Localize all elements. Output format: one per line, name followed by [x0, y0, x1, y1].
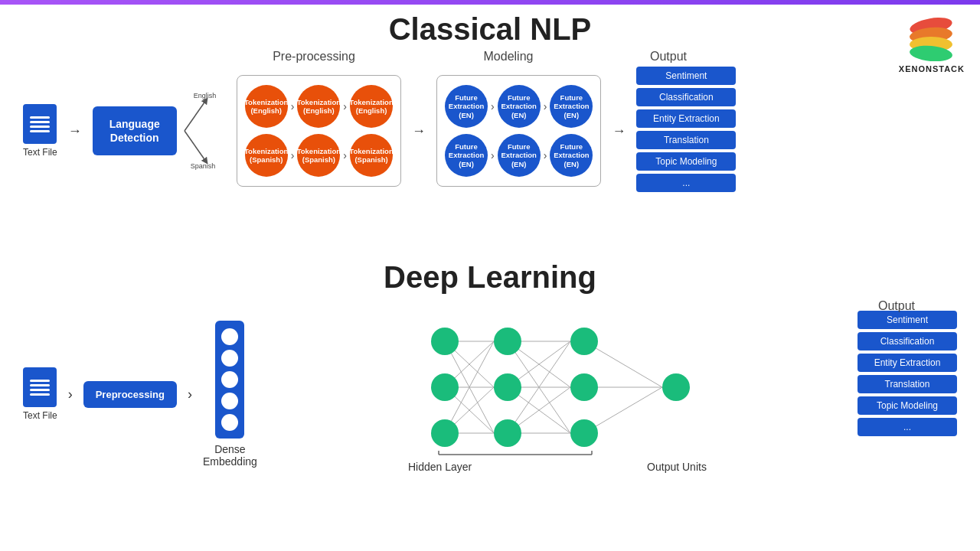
- main-content: Classical NLP Pre-processing Modeling Ou…: [0, 5, 980, 513]
- future-en-1: FutureExtraction(EN): [445, 85, 488, 128]
- future-en-4: FutureExtraction(EN): [445, 134, 488, 177]
- preprocessing-button: Preprocessing: [83, 381, 177, 408]
- nn-connections-svg: [385, 315, 730, 460]
- classical-output-sentiment: Sentiment: [636, 67, 736, 85]
- hidden-layer-label: Hidden Layer: [408, 460, 472, 474]
- classical-doc-icon: [23, 104, 57, 144]
- arrow2: →: [412, 123, 426, 139]
- deep-output-label-top: Output: [847, 299, 946, 313]
- future-en-5: FutureExtraction(EN): [498, 134, 541, 177]
- embed-circle-5: [221, 414, 238, 431]
- modeling-box: FutureExtraction(EN) › FutureExtraction(…: [436, 75, 601, 187]
- preprocessing-box: Tokenization(English) › Tokenization(Eng…: [237, 75, 401, 187]
- svg-point-31: [494, 373, 521, 401]
- deep-arrow1: ›: [68, 386, 73, 403]
- classical-text-file: Text File: [23, 104, 57, 158]
- output-units-label: Output Units: [647, 460, 707, 474]
- deep-output-section: Sentiment Classification Entity Extracti…: [858, 311, 957, 439]
- embed-circles-box: [215, 321, 244, 439]
- token-en-1: Tokenization(English): [245, 85, 288, 128]
- svg-line-4: [185, 100, 206, 131]
- nn-diagram: [385, 315, 730, 460]
- embed-circle-3: [221, 371, 238, 388]
- classical-text-file-label: Text File: [23, 147, 57, 158]
- deep-arrow2: ›: [188, 386, 192, 403]
- token-row-spanish: Tokenization(Spanish) › Tokenization(Spa…: [245, 134, 393, 177]
- deep-text-file-label: Text File: [23, 410, 57, 421]
- classical-nlp-title: Classical NLP: [23, 12, 957, 47]
- english-label: English: [194, 92, 217, 99]
- dense-embedding-col: DenseEmbedding: [203, 321, 257, 468]
- svg-point-29: [431, 419, 459, 447]
- embed-circle-1: [221, 328, 238, 345]
- spanish-label: Spanish: [191, 162, 216, 170]
- svg-point-27: [431, 328, 459, 355]
- svg-point-34: [570, 373, 598, 401]
- deep-output-more: ...: [858, 418, 957, 436]
- token-es-3: Tokenization(Spanish): [350, 134, 393, 177]
- modeling-label: Modeling: [409, 50, 608, 64]
- arrow1: →: [68, 123, 82, 139]
- future-en-3: FutureExtraction(EN): [550, 85, 593, 128]
- embed-circle-4: [221, 393, 238, 409]
- classical-output-section: Sentiment Classification Entity Extracti…: [636, 67, 736, 195]
- future-en-2: FutureExtraction(EN): [498, 85, 541, 128]
- deep-learning-section: Deep Learning Output Text File: [23, 260, 957, 505]
- classical-output-classification: Classification: [636, 88, 736, 106]
- svg-point-33: [570, 328, 598, 355]
- classical-output-more: ...: [636, 174, 736, 192]
- deep-output-sentiment: Sentiment: [858, 311, 957, 329]
- future-row-1: FutureExtraction(EN) › FutureExtraction(…: [445, 85, 593, 128]
- future-row-2: FutureExtraction(EN) › FutureExtraction(…: [445, 134, 593, 177]
- embed-circle-2: [221, 350, 238, 367]
- token-row-english: Tokenization(English) › Tokenization(Eng…: [245, 85, 393, 128]
- classical-nlp-section: Classical NLP Pre-processing Modeling Ou…: [23, 12, 957, 249]
- deep-output-entity: Entity Extraction: [858, 354, 957, 372]
- classical-output-translation: Translation: [636, 131, 736, 149]
- future-en-6: FutureExtraction(EN): [550, 134, 593, 177]
- token-es-2: Tokenization(Spanish): [297, 134, 340, 177]
- token-en-2: Tokenization(English): [297, 85, 340, 128]
- deep-doc-icon: [23, 367, 57, 407]
- token-en-3: Tokenization(English): [350, 85, 393, 128]
- arrow3: →: [612, 123, 626, 139]
- classical-output-topic: Topic Modeling: [636, 152, 736, 171]
- svg-point-36: [662, 373, 690, 401]
- deep-output-topic: Topic Modeling: [858, 396, 957, 415]
- language-detection-box: LanguageDetection: [93, 106, 177, 155]
- svg-point-32: [494, 419, 521, 447]
- deep-output-translation: Translation: [858, 375, 957, 393]
- deep-output-classification: Classification: [858, 332, 957, 350]
- token-es-1: Tokenization(Spanish): [245, 134, 288, 177]
- svg-line-5: [185, 131, 206, 161]
- svg-point-35: [570, 419, 598, 447]
- classical-output-entity: Entity Extraction: [636, 109, 736, 128]
- deep-learning-title: Deep Learning: [23, 260, 957, 295]
- dense-embed-label: DenseEmbedding: [203, 443, 257, 468]
- svg-point-30: [494, 328, 521, 355]
- deep-text-file: Text File: [23, 367, 57, 421]
- classical-output-label: Output: [619, 50, 718, 64]
- preprocessing-label: Pre-processing: [222, 50, 406, 64]
- svg-point-28: [431, 373, 459, 401]
